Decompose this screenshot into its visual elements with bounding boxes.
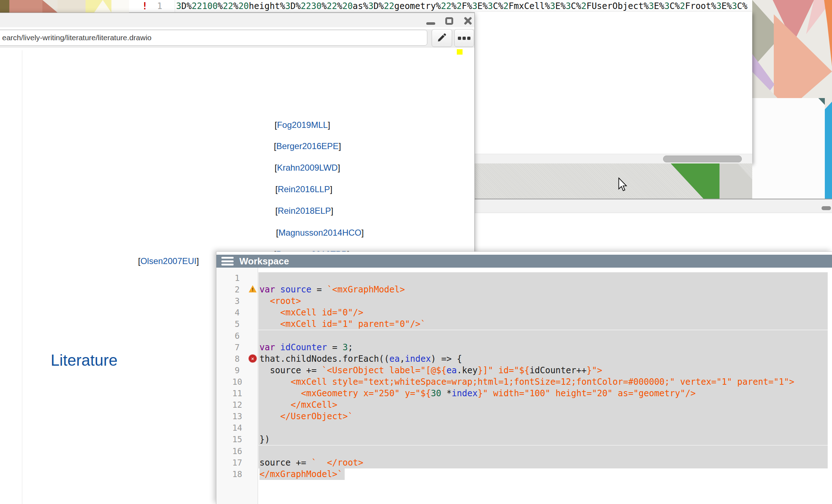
wallpaper-white-panel [752,98,825,199]
citation-link[interactable]: [Rein2016LLP] [275,184,332,194]
line-number: 17 [216,457,258,468]
line-number: 16 [216,445,258,457]
wallpaper-shape [9,0,42,13]
edit-button[interactable] [432,29,452,47]
workspace-titlebar[interactable]: Workspace [216,255,832,268]
horizontal-scrollbar[interactable] [475,154,752,163]
wallpaper-shape [111,0,129,13]
code-line[interactable]: var idCounter = 3; [258,342,828,353]
file-path-input[interactable] [0,30,427,46]
workspace-title: Workspace [239,256,289,267]
line-number: 7 [216,342,258,353]
line-number: 4 [216,307,258,318]
workspace-editor[interactable]: 12!345678✕9101112131415161718 var source… [216,268,832,504]
line-number: 6 [216,330,258,342]
scrollbar-thumb[interactable] [663,156,742,162]
code-line[interactable]: </mxCell> [258,399,828,411]
close-button[interactable] [463,17,473,25]
citation-link[interactable]: [Olsen2007EUI] [138,256,199,266]
code-line[interactable]: source += ` </root> [258,457,828,468]
line-number: 1 [216,272,258,284]
wallpaper-shape [42,0,58,13]
wallpaper-strip [475,163,752,199]
maximize-button[interactable] [445,17,453,25]
wallpaper-shape [58,0,86,13]
code-line[interactable]: <mxCell id="1" parent="0"/>` [258,318,828,330]
background-window [475,12,752,163]
wallpaper-shape [825,102,832,199]
wallpaper-shape [0,0,9,13]
wallpaper-shape [720,163,752,199]
scroll-handle[interactable] [822,206,831,210]
citation-link[interactable]: [Magnusson2014HCO] [276,228,364,238]
wallpaper-right [752,0,832,201]
line-number: 3 [216,295,258,307]
line-number: 1 [157,1,162,11]
citation-link[interactable]: [Berger2016EPE] [274,141,341,151]
line-number: 5 [216,318,258,330]
citation-link[interactable]: [Fog2019MLL] [275,120,330,130]
wallpaper-top-left [0,0,129,13]
line-number: 18 [216,468,258,480]
ellipsis-icon [457,35,471,41]
desktop: ! 1 3D%22100%22%20height%3D%2230%22%20as… [0,0,832,504]
code-line[interactable] [258,330,828,342]
citation-link[interactable]: [Krahn2009LWD] [275,163,340,173]
hamburger-menu-icon[interactable] [221,257,234,265]
line-number: 15 [216,434,258,445]
line-number: 12 [216,399,258,411]
page-boundary-line [22,50,22,504]
more-options-button[interactable] [454,29,474,47]
code-line[interactable]: <root> [258,295,828,307]
top-editor-gutter: ! 1 [129,0,175,12]
code-line[interactable]: </mxGraphModel>` [258,468,345,480]
editor-gutter: 12!345678✕9101112131415161718 [216,268,258,504]
top-code-editor[interactable]: ! 1 3D%22100%22%20height%3D%2230%22%20as… [129,0,752,13]
line-number: 14 [216,422,258,434]
code-line[interactable]: that.childNodes.forEach((ea,index) => { [258,353,828,365]
line-number: 2! [216,284,258,295]
pencil-icon [437,32,447,44]
drawio-titlebar [0,13,474,27]
code-line[interactable]: source += `<UserObject label="[@${ea.key… [258,365,828,376]
diagram-title[interactable]: Literature [51,351,118,369]
line-number: 9 [216,365,258,376]
workspace-window: Workspace 12!345678✕9101112131415161718 … [216,251,832,504]
code-line[interactable]: }) [258,434,828,445]
code-line[interactable] [258,422,828,434]
code-line[interactable]: var source = `<mxGraphModel> [258,284,828,295]
window-header-strip [475,199,832,213]
code-line[interactable]: <mxCell style="text;whiteSpace=wrap;html… [258,376,828,388]
error-icon: ✕ [249,355,257,362]
citation-link[interactable]: [Rein2018ELP] [275,206,333,216]
line-number: 13 [216,411,258,422]
error-marker: ! [142,1,148,11]
code-line[interactable]: <mxCell id="0"/> [258,307,828,318]
code-line[interactable]: <mxGeometry x="250" y="${30 *index}" wid… [258,388,828,399]
minimize-button[interactable] [426,22,435,25]
yellow-marker [457,49,463,55]
wallpaper-green-triangle [669,163,720,199]
warning-icon: ! [249,285,257,292]
editor-code-area[interactable]: var source = `<mxGraphModel> <root> <mxC… [258,268,832,504]
wallpaper-shape [824,0,832,66]
code-line[interactable]: 3D%22100%22%20height%3D%2230%22%20as%3D%… [176,1,752,12]
line-number: 11 [216,388,258,399]
code-line[interactable] [258,272,828,284]
line-number: 10 [216,376,258,388]
line-number: 8✕ [216,353,258,365]
code-line[interactable]: </UserObject>` [258,411,828,422]
drawio-toolbar [0,29,474,47]
code-line[interactable] [258,445,828,457]
